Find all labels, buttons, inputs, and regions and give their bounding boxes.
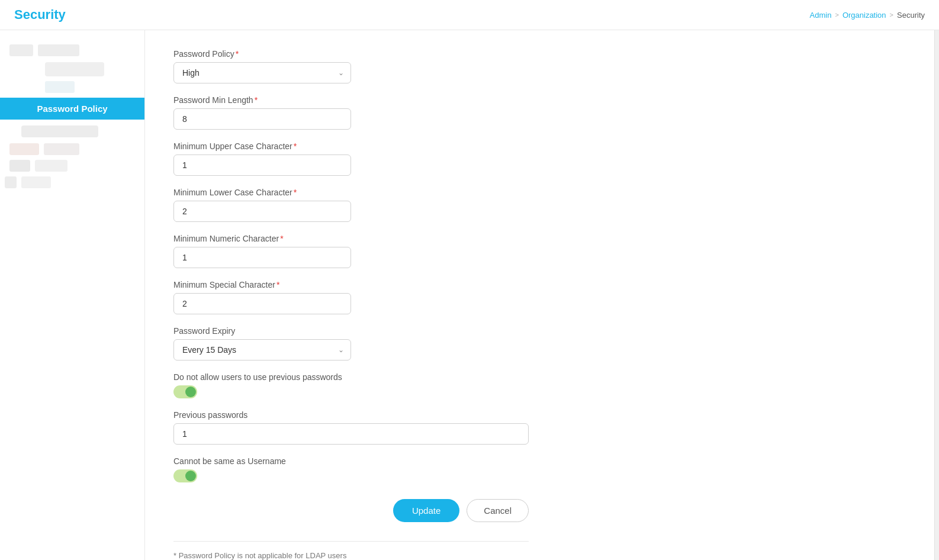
update-button[interactable]: Update xyxy=(393,499,459,522)
password-expiry-select[interactable]: Every 15 Days Every 30 Days Every 60 Day… xyxy=(173,339,351,361)
sidebar-blur-box-6 xyxy=(35,160,67,172)
breadcrumb-organization[interactable]: Organization xyxy=(842,11,886,20)
password-expiry-select-wrapper: Every 15 Days Every 30 Days Every 60 Day… xyxy=(173,339,351,361)
sidebar-blur-box-4 xyxy=(44,143,79,155)
min-numeric-label: Minimum Numeric Character* xyxy=(173,234,529,243)
sidebar-blur-group-4 xyxy=(5,176,140,188)
sidebar: Password Policy xyxy=(0,30,145,560)
sidebar-blur-box-7 xyxy=(5,176,17,188)
page-title: Security xyxy=(14,7,66,22)
no-previous-passwords-label: Do not allow users to use previous passw… xyxy=(173,372,529,382)
sidebar-blur-4 xyxy=(21,125,98,137)
min-lower-label: Minimum Lower Case Character* xyxy=(173,188,529,197)
min-length-label: Password Min Length* xyxy=(173,95,529,105)
previous-passwords-label: Previous passwords xyxy=(173,410,529,420)
password-policy-select-wrapper: Low Medium High ⌄ xyxy=(173,62,351,83)
sidebar-blur-box-1 xyxy=(9,44,33,56)
cancel-button[interactable]: Cancel xyxy=(467,499,529,522)
min-upper-label: Minimum Upper Case Character* xyxy=(173,141,529,151)
toggle-thumb-2 xyxy=(185,471,196,481)
form-group-password-expiry: Password Expiry Every 15 Days Every 30 D… xyxy=(173,326,529,361)
min-upper-input[interactable]: 1 xyxy=(173,155,351,176)
toggle-thumb-1 xyxy=(185,387,196,397)
cannot-be-username-label: Cannot be same as Username xyxy=(173,456,529,466)
sidebar-item-password-policy[interactable]: Password Policy xyxy=(0,98,144,120)
breadcrumb: Admin > Organization > Security xyxy=(810,11,925,20)
breadcrumb-sep-2: > xyxy=(890,11,893,18)
form-group-password-policy: Password Policy* Low Medium High ⌄ xyxy=(173,49,529,83)
form-group-no-previous-passwords: Do not allow users to use previous passw… xyxy=(173,372,529,398)
form-group-min-lower: Minimum Lower Case Character* 2 xyxy=(173,188,529,222)
main-layout: Password Policy Password Policy* xyxy=(0,30,939,560)
breadcrumb-sep-1: > xyxy=(835,11,838,18)
sidebar-blur-3 xyxy=(45,81,75,93)
button-row: Update Cancel xyxy=(173,499,529,522)
sidebar-blur-box-2 xyxy=(38,44,79,56)
sidebar-blur-group-3 xyxy=(9,160,135,172)
no-previous-passwords-toggle[interactable] xyxy=(173,385,197,398)
password-policy-select[interactable]: Low Medium High xyxy=(173,62,351,83)
form-group-min-upper: Minimum Upper Case Character* 1 xyxy=(173,141,529,176)
form-group-min-special: Minimum Special Character* 2 xyxy=(173,280,529,314)
min-numeric-input[interactable]: 1 xyxy=(173,247,351,268)
no-previous-passwords-toggle-wrapper xyxy=(173,385,529,398)
sidebar-blur-box-3 xyxy=(9,143,39,155)
sidebar-blur-2 xyxy=(45,62,104,76)
min-special-input[interactable]: 2 xyxy=(173,293,351,314)
password-policy-label: Password Policy* xyxy=(173,49,529,59)
min-length-input[interactable]: 8 xyxy=(173,108,351,130)
scrollbar[interactable] xyxy=(934,30,939,560)
previous-passwords-input[interactable]: 1 xyxy=(173,423,529,445)
form-group-cannot-be-username: Cannot be same as Username xyxy=(173,456,529,482)
sidebar-blur-box-8 xyxy=(21,176,51,188)
min-lower-input[interactable]: 2 xyxy=(173,201,351,222)
main-content: Password Policy* Low Medium High ⌄ Passw… xyxy=(145,30,934,560)
cannot-be-username-toggle-wrapper xyxy=(173,469,529,482)
footer-note: * Password Policy is not applicable for … xyxy=(173,541,529,560)
min-special-label: Minimum Special Character* xyxy=(173,280,529,289)
password-policy-form: Password Policy* Low Medium High ⌄ Passw… xyxy=(173,49,529,560)
sidebar-blur-group-1 xyxy=(9,44,135,56)
form-group-previous-passwords: Previous passwords 1 xyxy=(173,410,529,445)
form-group-min-length: Password Min Length* 8 xyxy=(173,95,529,130)
cannot-be-username-toggle[interactable] xyxy=(173,469,197,482)
breadcrumb-admin[interactable]: Admin xyxy=(810,11,832,20)
sidebar-blur-group-2 xyxy=(9,143,135,155)
password-expiry-label: Password Expiry xyxy=(173,326,529,336)
breadcrumb-security: Security xyxy=(897,11,925,20)
sidebar-blur-box-5 xyxy=(9,160,30,172)
form-group-min-numeric: Minimum Numeric Character* 1 xyxy=(173,234,529,268)
header: Security Admin > Organization > Security xyxy=(0,0,939,30)
